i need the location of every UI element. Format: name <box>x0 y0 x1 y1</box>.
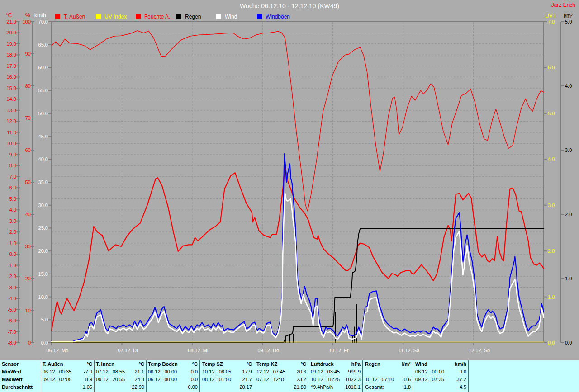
axis-label-humidity: 0 <box>28 340 31 345</box>
table-avg-wind-value: 4.5 <box>460 384 466 390</box>
table-header-luftdruck: LuftdruckhPa <box>311 361 361 367</box>
table-min-temp-sz-text: 10.12. 08:05 <box>202 369 231 374</box>
axis-label-wind: 10.0 <box>38 294 48 300</box>
table-min-temp-boden-value: 0.0 <box>191 369 198 374</box>
axis-label-temperature: 6.0 <box>9 185 16 190</box>
table-max-t-au-en: 09.12. 07:058.9 <box>43 377 92 382</box>
table-max-regen-text: 10.12. 07:10 <box>365 377 394 382</box>
table-column-divider <box>94 360 95 392</box>
x-axis-day-label: 08.12. Mi <box>188 348 208 353</box>
axis-label-temperature: 16.0 <box>7 74 16 80</box>
table-max-t-au-en-value: 8.9 <box>85 377 92 382</box>
table-row-label: Durchschnitt <box>2 384 40 390</box>
table-row-label-text: MinWert <box>2 369 21 374</box>
table-avg-luftdruck-value: 1010.1 <box>345 384 361 390</box>
axis-label-temperature: 10.0 <box>7 141 16 146</box>
axis-label-humidity: 20 <box>25 276 31 281</box>
axis-label-rain: 3.0 <box>565 147 572 153</box>
series-wind <box>52 193 544 342</box>
axis-label-temperature: 4.0 <box>9 207 16 213</box>
axis-label-rain: 2.0 <box>565 212 572 217</box>
table-header-temp-boden-value: °C <box>192 361 198 367</box>
table-header-luftdruck-value: hPa <box>351 361 361 367</box>
axis-label-humidity: 40 <box>25 212 31 217</box>
table-min-temp-boden-text: 06.12. 00:00 <box>148 369 177 374</box>
table-avg-temp-boden: 0.00 <box>148 384 198 390</box>
table-column-divider <box>308 360 308 392</box>
table-column-divider <box>362 360 363 392</box>
table-max-t-innen-text: 09.12. 20:55 <box>96 377 125 382</box>
table-min-wind-text: 06.12. 00:00 <box>415 369 444 374</box>
table-avg-wind: 4.5 <box>415 384 466 390</box>
table-max-regen-value: 0.6 <box>404 377 411 382</box>
series-feuchte-a- <box>52 31 544 211</box>
table-min-t-innen-text: 07.12. 08:55 <box>96 369 125 374</box>
axis-label-uv: 6.0 <box>548 65 555 70</box>
axis-label-temperature: 3.0 <box>9 218 16 224</box>
axis-label-temperature: 18.0 <box>7 52 16 57</box>
table-max-temp-sz-value: 21.7 <box>242 377 252 382</box>
axis-label-temperature: -3.0 <box>8 285 16 290</box>
table-max-temp-kz-text: 07.12. 12:15 <box>256 377 285 382</box>
summary-table: SensorMinWertMaxWertDurchschnittT. Außen… <box>0 360 579 392</box>
axis-label-rain: 4.0 <box>565 83 572 89</box>
table-max-wind-value: 37.2 <box>457 377 466 382</box>
table-column-divider <box>254 360 254 392</box>
table-avg-regen: Gesamt:1.8 <box>365 384 411 390</box>
axis-label-humidity: 50 <box>25 179 31 185</box>
axis-label-uv: 3.0 <box>548 203 555 208</box>
axis-label-wind: 65.0 <box>38 42 48 47</box>
axis-label-humidity: 100 <box>23 19 31 24</box>
weather-app-window: { "header": { "title": "Woche 06.12.10 -… <box>0 0 579 392</box>
table-header-t-au-en-value: °C <box>87 361 92 367</box>
table-header-wind: Windkm/h <box>415 361 466 367</box>
table-min-luftdruck-text: 09.12. 03:45 <box>311 369 340 374</box>
axis-label-temperature: 19.0 <box>7 41 16 47</box>
x-axis-day-label: 12.12. So <box>469 348 490 353</box>
table-column-divider <box>468 360 469 392</box>
series-t-au-en <box>52 165 544 331</box>
axis-label-temperature: -6.0 <box>8 318 16 323</box>
axis-label-rain: 5.0 <box>565 19 572 24</box>
table-min-temp-kz-value: 20.6 <box>297 369 306 374</box>
table-column-divider <box>199 360 200 392</box>
axis-label-humidity: 80 <box>25 83 31 89</box>
table-min-wind-value: 0.0 <box>460 369 466 374</box>
axis-label-wind: 15.0 <box>38 271 48 277</box>
axis-label-temperature: 20.0 <box>7 30 16 35</box>
table-header-temp-sz: Temp SZ°C <box>202 361 252 367</box>
weather-chart: 21.020.019.018.017.016.015.014.013.012.0… <box>0 0 579 359</box>
axis-label-temperature: 0.0 <box>9 251 16 257</box>
axis-label-wind: 50.0 <box>38 111 48 116</box>
table-avg-temp-kz: 21.80 <box>256 384 306 390</box>
table-avg-t-au-en-value: 1.05 <box>83 384 92 390</box>
axis-label-temperature: 11.0 <box>7 130 16 135</box>
table-max-wind-text: 09.12. 07:35 <box>415 377 444 382</box>
table-min-temp-sz: 10.12. 08:0517.9 <box>202 369 252 374</box>
table-avg-t-innen: 22.90 <box>96 384 144 390</box>
table-avg-temp-kz-value: 21.80 <box>294 384 306 390</box>
axis-label-temperature: 17.0 <box>7 63 16 69</box>
table-row-label-text: MaxWert <box>2 377 23 382</box>
table-min-temp-kz-text: 12.12. 07:45 <box>256 369 285 374</box>
table-header-temp-kz-text: Temp KZ <box>256 361 277 367</box>
table-header-t-innen: T. Innen°C <box>96 361 144 367</box>
x-axis-day-label: 09.12. Do <box>257 348 279 353</box>
table-max-t-innen-value: 24.8 <box>135 377 144 382</box>
table-max-temp-kz: 07.12. 12:1523.2 <box>256 377 306 382</box>
table-max-luftdruck: 10.12. 18:251022.3 <box>311 377 361 382</box>
table-min-t-au-en: 06.12. 00:35-7.0 <box>43 369 92 374</box>
table-header-temp-boden-text: Temp Boden <box>148 361 178 367</box>
table-avg-regen-value: 1.8 <box>404 384 411 390</box>
table-header-t-au-en-text: T. Außen <box>43 361 63 367</box>
table-min-luftdruck-value: 999.9 <box>348 369 361 374</box>
table-max-regen: 10.12. 07:100.6 <box>365 377 411 382</box>
x-axis-day-label: 10.12. Fr <box>329 348 349 353</box>
table-header-temp-kz: Temp KZ°C <box>256 361 306 367</box>
axis-label-temperature: 5.0 <box>9 196 16 202</box>
table-avg-temp-boden-value: 0.00 <box>188 384 198 390</box>
axis-label-temperature: -2.0 <box>8 274 16 279</box>
axis-label-temperature: 1.0 <box>9 241 16 246</box>
axis-label-uv: 5.0 <box>548 111 555 116</box>
table-header-regen-value: l/m² <box>402 361 411 367</box>
